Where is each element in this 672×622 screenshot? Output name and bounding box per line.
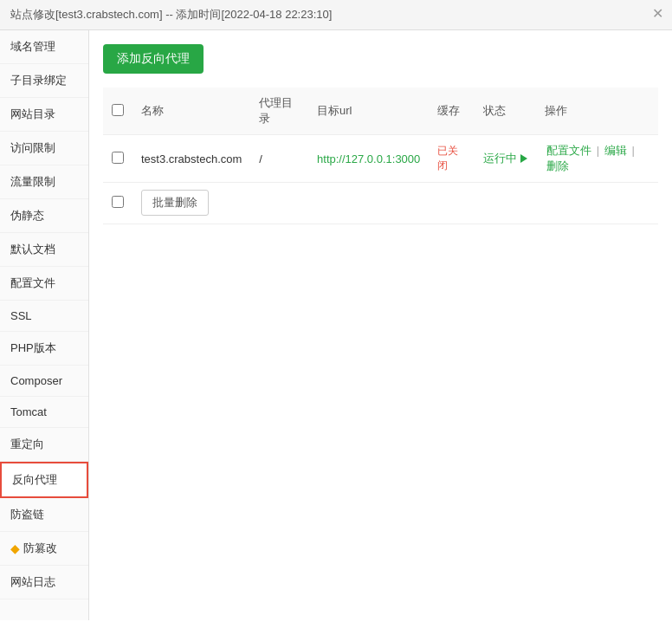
sidebar-item-label: 伪静态 (10, 209, 44, 222)
sidebar-item-label: 网站目录 (10, 107, 55, 120)
sidebar-item-hotlink-protect[interactable]: 防盗链 (0, 498, 88, 532)
row-cache: 已关闭 (429, 135, 475, 183)
col-actions: 操作 (536, 87, 658, 135)
main-content: 添加反向代理 名称 代理目录 目标url 缓存 状态 操作 (89, 30, 672, 620)
sidebar-item-label: 防盗链 (10, 508, 44, 521)
row-status: 运行中 (475, 135, 536, 183)
sidebar-item-traffic-limit[interactable]: 流量限制 (0, 165, 88, 199)
row-actions: 配置文件 | 编辑 | 删除 (536, 135, 658, 183)
top-bar-text: 站点修改[test3.crabstech.com] -- 添加时间[2022-0… (10, 8, 332, 21)
sidebar-item-label: SSL (10, 309, 32, 322)
sidebar-item-config-file[interactable]: 配置文件 (0, 267, 88, 301)
separator-1: | (597, 144, 599, 157)
bulk-delete-cell: 批量删除 (132, 183, 658, 224)
col-proxy-dir: 代理目录 (250, 87, 308, 135)
row-proxy-dir: / (250, 135, 308, 183)
sidebar-item-label: 访问限制 (10, 141, 55, 154)
row-checkbox-cell (103, 135, 132, 183)
play-icon (520, 154, 527, 163)
cache-status: 已关闭 (437, 145, 458, 172)
sidebar-item-label: 域名管理 (10, 40, 55, 53)
sidebar-item-label: 重定向 (10, 437, 44, 450)
sidebar-item-label: 防篡改 (23, 541, 57, 556)
sidebar-item-tomcat[interactable]: Tomcat (0, 397, 88, 428)
sidebar-item-label: PHP版本 (10, 341, 56, 354)
col-checkbox (103, 87, 132, 135)
sidebar-item-tamper-proof[interactable]: ◆防篡改 (0, 532, 88, 566)
sidebar-item-label: 流量限制 (10, 175, 55, 188)
close-icon[interactable]: ✕ (652, 5, 663, 22)
table-header-row: 名称 代理目录 目标url 缓存 状态 操作 (103, 87, 658, 135)
sidebar-item-domain-mgmt[interactable]: 域名管理 (0, 30, 88, 64)
row-target-url: http://127.0.0.1:3000 (308, 135, 429, 183)
sidebar-item-website-dir[interactable]: 网站目录 (0, 98, 88, 132)
sidebar-item-pseudo-static[interactable]: 伪静态 (0, 199, 88, 233)
sidebar-item-label: 默认文档 (10, 243, 55, 256)
status-running: 运行中 (483, 151, 527, 166)
sidebar-item-default-doc[interactable]: 默认文档 (0, 233, 88, 267)
sidebar-item-label: 网站日志 (10, 575, 55, 588)
sidebar-item-label: 反向代理 (12, 473, 57, 486)
sidebar-item-php-version[interactable]: PHP版本 (0, 332, 88, 366)
sidebar-item-redirect[interactable]: 重定向 (0, 428, 88, 462)
sidebar-item-composer[interactable]: Composer (0, 366, 88, 397)
bulk-checkbox-cell (103, 183, 132, 224)
col-cache: 缓存 (429, 87, 475, 135)
sidebar-item-label: 子目录绑定 (10, 74, 67, 87)
col-target-url: 目标url (308, 87, 429, 135)
status-text: 运行中 (483, 151, 517, 166)
sidebar-item-website-log[interactable]: 网站日志 (0, 566, 88, 599)
bulk-action-row: 批量删除 (103, 183, 658, 224)
row-checkbox[interactable] (112, 152, 124, 164)
table-row: test3.crabstech.com / http://127.0.0.1:3… (103, 135, 658, 183)
sidebar-item-subdir-bind[interactable]: 子目录绑定 (0, 64, 88, 98)
select-all-checkbox[interactable] (112, 104, 124, 116)
config-file-link[interactable]: 配置文件 (546, 144, 591, 157)
sidebar-item-access-limit[interactable]: 访问限制 (0, 132, 88, 165)
edit-link[interactable]: 编辑 (604, 144, 627, 157)
bulk-checkbox[interactable] (112, 196, 124, 208)
sidebar-item-label: Composer (10, 374, 62, 387)
delete-link[interactable]: 删除 (546, 159, 569, 172)
col-status: 状态 (475, 87, 536, 135)
bulk-delete-button[interactable]: 批量删除 (141, 190, 209, 216)
top-bar: 站点修改[test3.crabstech.com] -- 添加时间[2022-0… (0, 0, 672, 30)
sidebar-item-ssl[interactable]: SSL (0, 301, 88, 332)
sidebar: 域名管理子目录绑定网站目录访问限制流量限制伪静态默认文档配置文件SSLPHP版本… (0, 30, 89, 620)
col-name: 名称 (132, 87, 250, 135)
separator-2: | (631, 144, 634, 157)
row-name: test3.crabstech.com (132, 135, 250, 183)
add-reverse-proxy-button[interactable]: 添加反向代理 (103, 44, 204, 74)
sidebar-item-label: Tomcat (10, 405, 47, 418)
proxy-table: 名称 代理目录 目标url 缓存 状态 操作 test3.crabstech.c… (103, 87, 658, 224)
sidebar-item-reverse-proxy[interactable]: 反向代理 (0, 462, 88, 498)
sidebar-item-label: 配置文件 (10, 276, 55, 289)
diamond-icon: ◆ (10, 541, 20, 555)
